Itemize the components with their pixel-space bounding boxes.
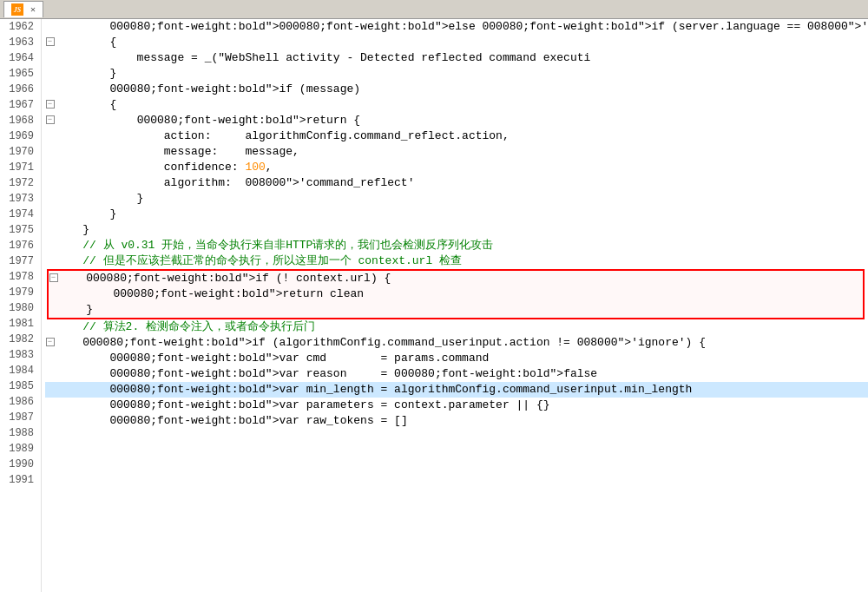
code-line: 000080;font-weight:bold">var raw_tokens … bbox=[45, 413, 868, 429]
code-line: − { bbox=[45, 97, 868, 113]
line-number: 1977 bbox=[3, 253, 34, 269]
file-tab[interactable]: JS ✕ bbox=[3, 1, 43, 17]
code-area: 1962196319641965196619671968196919701971… bbox=[0, 19, 868, 592]
code-content[interactable]: 000080;font-weight:bold">000080;font-wei… bbox=[42, 19, 868, 592]
fold-indicator[interactable]: − bbox=[45, 113, 56, 128]
code-line: − { bbox=[45, 35, 868, 50]
code-line: 000080;font-weight:bold">var cmd = param… bbox=[45, 351, 868, 366]
code-text: 000080;font-weight:bold">if (! context.u… bbox=[59, 271, 863, 286]
line-number: 1969 bbox=[3, 128, 34, 144]
line-number: 1983 bbox=[3, 347, 34, 363]
line-number: 1981 bbox=[3, 316, 34, 332]
collapse-button[interactable]: − bbox=[46, 338, 55, 346]
collapse-button[interactable]: − bbox=[46, 37, 55, 46]
code-line: } bbox=[45, 222, 868, 238]
line-number: 1971 bbox=[3, 160, 34, 175]
line-number: 1985 bbox=[3, 378, 34, 394]
line-number: 1963 bbox=[3, 35, 34, 50]
code-text: 000080;font-weight:bold">var min_length … bbox=[56, 382, 868, 398]
code-line: } bbox=[49, 302, 863, 318]
code-text: { bbox=[56, 97, 868, 113]
line-number: 1965 bbox=[3, 66, 34, 82]
code-text: message: message, bbox=[56, 144, 868, 160]
line-number: 1964 bbox=[3, 50, 34, 66]
code-line: algorithm: 008000">'command_reflect' bbox=[45, 175, 868, 191]
code-line: action: algorithmConfig.command_reflect.… bbox=[45, 128, 868, 144]
code-text: } bbox=[56, 66, 868, 82]
editor-window: JS ✕ 19621963196419651966196719681969197… bbox=[0, 0, 868, 592]
code-line: // 但是不应该拦截正常的命令执行，所以这里加一个 context.url 检查 bbox=[45, 253, 868, 269]
line-number: 1980 bbox=[3, 300, 34, 316]
line-number: 1974 bbox=[3, 207, 34, 222]
line-number: 1987 bbox=[3, 410, 34, 425]
code-text: message = _("WebShell activity - Detecte… bbox=[56, 50, 868, 66]
line-number: 1973 bbox=[3, 191, 34, 207]
line-number: 1967 bbox=[3, 97, 34, 113]
code-text: 000080;font-weight:bold">var parameters … bbox=[56, 398, 868, 413]
code-text: 000080;font-weight:bold">if (algorithmCo… bbox=[56, 335, 868, 351]
line-number: 1984 bbox=[3, 363, 34, 378]
code-text: 000080;font-weight:bold">var raw_tokens … bbox=[56, 413, 868, 429]
code-line: − 000080;font-weight:bold">if (! context… bbox=[49, 271, 863, 286]
code-line: } bbox=[45, 191, 868, 207]
code-text: // 从 v0.31 开始，当命令执行来自非HTTP请求的，我们也会检测反序列化… bbox=[56, 238, 868, 253]
code-text: 000080;font-weight:bold">var reason = 00… bbox=[56, 366, 868, 382]
line-number: 1988 bbox=[3, 425, 34, 441]
code-text: algorithm: 008000">'command_reflect' bbox=[56, 175, 868, 191]
code-text: } bbox=[56, 207, 868, 222]
code-line: 000080;font-weight:bold">var min_length … bbox=[45, 382, 868, 398]
line-number: 1962 bbox=[3, 19, 34, 35]
code-text: 000080;font-weight:bold">var cmd = param… bbox=[56, 351, 868, 366]
code-line: 000080;font-weight:bold">return clean bbox=[49, 286, 863, 302]
code-text: 000080;font-weight:bold">if (message) bbox=[56, 82, 868, 97]
line-number: 1976 bbox=[3, 238, 34, 253]
code-text: action: algorithmConfig.command_reflect.… bbox=[56, 128, 868, 144]
code-text: } bbox=[56, 191, 868, 207]
highlighted-code-block: − 000080;font-weight:bold">if (! context… bbox=[47, 269, 865, 319]
collapse-button[interactable]: − bbox=[46, 100, 55, 109]
line-number: 1978 bbox=[3, 269, 34, 285]
fold-indicator[interactable]: − bbox=[45, 335, 56, 351]
code-line: − 000080;font-weight:bold">if (algorithm… bbox=[45, 335, 868, 351]
code-text: confidence: 100, bbox=[56, 160, 868, 175]
code-line: message = _("WebShell activity - Detecte… bbox=[45, 50, 868, 66]
code-text: 000080;font-weight:bold">000080;font-wei… bbox=[56, 19, 868, 35]
code-text: } bbox=[59, 302, 863, 318]
line-numbers: 1962196319641965196619671968196919701971… bbox=[0, 19, 42, 592]
line-number: 1968 bbox=[3, 113, 34, 128]
collapse-button[interactable]: − bbox=[49, 273, 58, 282]
code-line: 000080;font-weight:bold">000080;font-wei… bbox=[45, 19, 868, 35]
code-line: // 算法2. 检测命令注入，或者命令执行后门 bbox=[45, 319, 868, 335]
fold-indicator[interactable]: − bbox=[49, 271, 59, 286]
line-number: 1970 bbox=[3, 144, 34, 160]
code-line: message: message, bbox=[45, 144, 868, 160]
line-number: 1991 bbox=[3, 472, 34, 488]
file-icon: JS bbox=[11, 3, 23, 16]
code-text: // 但是不应该拦截正常的命令执行，所以这里加一个 context.url 检查 bbox=[56, 253, 868, 269]
line-number: 1982 bbox=[3, 332, 34, 347]
line-number: 1975 bbox=[3, 222, 34, 238]
fold-indicator[interactable]: − bbox=[45, 97, 56, 113]
code-text: // 算法2. 检测命令注入，或者命令执行后门 bbox=[56, 319, 868, 335]
code-line: 000080;font-weight:bold">var parameters … bbox=[45, 398, 868, 413]
code-line: // 从 v0.31 开始，当命令执行来自非HTTP请求的，我们也会检测反序列化… bbox=[45, 238, 868, 253]
line-number: 1966 bbox=[3, 82, 34, 97]
code-text: { bbox=[56, 35, 868, 50]
code-line: confidence: 100, bbox=[45, 160, 868, 175]
line-number: 1972 bbox=[3, 175, 34, 191]
line-number: 1979 bbox=[3, 285, 34, 300]
tab-close-button[interactable]: ✕ bbox=[30, 4, 36, 15]
fold-indicator[interactable]: − bbox=[45, 35, 56, 50]
code-line: } bbox=[45, 66, 868, 82]
code-text: 000080;font-weight:bold">return clean bbox=[59, 286, 863, 302]
code-text: 000080;font-weight:bold">return { bbox=[56, 113, 868, 128]
line-number: 1989 bbox=[3, 441, 34, 457]
code-line: } bbox=[45, 207, 868, 222]
code-text: } bbox=[56, 222, 868, 238]
code-line: 000080;font-weight:bold">if (message) bbox=[45, 82, 868, 97]
collapse-button[interactable]: − bbox=[46, 115, 55, 124]
title-bar: JS ✕ bbox=[0, 0, 868, 19]
line-number: 1986 bbox=[3, 394, 34, 410]
code-line: 000080;font-weight:bold">var reason = 00… bbox=[45, 366, 868, 382]
code-line: − 000080;font-weight:bold">return { bbox=[45, 113, 868, 128]
